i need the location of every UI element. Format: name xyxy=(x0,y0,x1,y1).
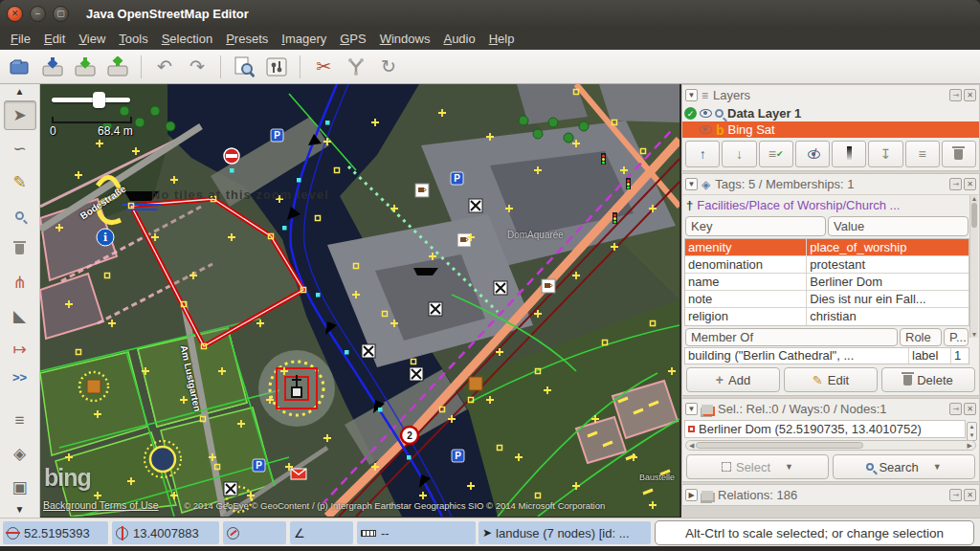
active-layer-check-icon[interactable]: ✓ xyxy=(684,107,697,120)
collapse-toolstrip-icon[interactable]: ▲ xyxy=(15,86,25,97)
close-panel-icon[interactable]: ✕ xyxy=(964,178,976,190)
delete-layer-button[interactable] xyxy=(942,141,976,167)
chevron-down-icon[interactable]: ▼ xyxy=(785,462,793,472)
tag-row[interactable]: name Berliner Dom xyxy=(685,274,969,291)
open-file-icon[interactable] xyxy=(5,53,35,81)
scrollbar-thumb[interactable] xyxy=(971,203,977,228)
title-bar[interactable]: ✕ – ▢ Java OpenStreetMap Editor xyxy=(0,0,980,27)
close-panel-icon[interactable]: ✕ xyxy=(964,489,976,501)
collapse-panel-icon[interactable]: ▼ xyxy=(685,403,698,415)
sticky-pin-icon[interactable]: ⊸ xyxy=(949,178,962,190)
tag-key[interactable]: amenity xyxy=(685,239,807,255)
show-hide-layer-button[interactable]: / xyxy=(795,141,830,167)
sticky-pin-icon[interactable]: ⊸ xyxy=(949,89,962,101)
tag-row[interactable]: religion christian xyxy=(685,308,969,325)
extrude-tool-icon[interactable]: ◣ xyxy=(4,301,36,331)
menu-item[interactable]: File xyxy=(4,29,37,49)
menu-item[interactable]: Imagery xyxy=(275,29,333,49)
menu-item[interactable]: Selection xyxy=(155,29,219,49)
map-canvas[interactable]: i 2 xyxy=(40,84,679,517)
expand-panel-icon[interactable]: ▶ xyxy=(685,489,698,501)
delete-tool-icon[interactable] xyxy=(4,234,36,264)
value-column-header[interactable]: Value xyxy=(828,216,969,236)
menu-item[interactable]: GPS xyxy=(333,29,372,49)
collapse-panel-icon[interactable]: ▼ xyxy=(685,89,698,101)
split-way-icon[interactable]: ✂ xyxy=(308,53,339,81)
menu-item[interactable]: Presets xyxy=(219,29,275,49)
tag-value[interactable]: christian xyxy=(807,308,969,325)
member-of-header[interactable]: Member Of xyxy=(685,328,898,346)
preset-link-row[interactable]: † Facilities/Place of Worship/Church ... xyxy=(682,194,979,214)
select-tool-icon[interactable]: ➤ xyxy=(4,100,36,130)
menu-item[interactable]: Windows xyxy=(373,29,437,49)
merge-nodes-tool-icon[interactable]: ↦ xyxy=(4,335,36,364)
add-tag-button[interactable]: +Add xyxy=(686,367,780,392)
close-panel-icon[interactable]: ✕ xyxy=(964,89,976,101)
menu-item[interactable]: Audio xyxy=(436,29,481,49)
tag-key[interactable]: note xyxy=(685,291,807,307)
zoom-tool-icon[interactable] xyxy=(4,201,36,231)
selected-object-item[interactable]: Berliner Dom (52.5190735, 13.4010752) xyxy=(684,420,966,438)
maximize-window-icon[interactable]: ▢ xyxy=(53,6,69,22)
toggle-layers-panel-icon[interactable]: ≡ xyxy=(4,406,36,435)
tag-row[interactable]: note Dies ist nur ein Fall... xyxy=(685,291,969,308)
move-layer-down-button[interactable]: ↓ xyxy=(722,141,756,167)
role-header[interactable]: Role xyxy=(900,328,942,346)
duplicate-layer-button[interactable]: ≡ xyxy=(905,141,940,167)
visibility-eye-icon[interactable] xyxy=(700,109,712,118)
draw-node-tool-icon[interactable]: ✎ xyxy=(4,167,36,197)
expand-toolstrip-icon[interactable]: ▼ xyxy=(15,504,25,515)
activate-layer-button[interactable]: ≡✔ xyxy=(759,141,793,167)
download-osm-data-icon[interactable] xyxy=(37,53,68,81)
scroll-left-icon[interactable]: ◀ xyxy=(689,441,694,450)
toggle-selection-panel-icon[interactable]: ▣ xyxy=(4,473,36,502)
close-panel-icon[interactable]: ✕ xyxy=(964,403,976,415)
tag-key[interactable]: religion xyxy=(685,308,807,325)
preferences-icon[interactable] xyxy=(261,53,292,81)
minimize-window-icon[interactable]: – xyxy=(30,6,46,22)
sticky-pin-icon[interactable]: ⊸ xyxy=(949,489,962,501)
menu-item[interactable]: Tools xyxy=(112,29,154,49)
zoom-slider-knob[interactable] xyxy=(93,92,105,108)
delete-tag-button[interactable]: Delete xyxy=(881,367,975,392)
layer-row[interactable]: ✓ b Bing Sat xyxy=(682,121,979,138)
membership-role[interactable]: label xyxy=(909,348,951,364)
layer-opacity-button[interactable] xyxy=(832,141,866,167)
search-icon[interactable] xyxy=(229,53,259,81)
collapse-panel-icon[interactable]: ▼ xyxy=(685,178,698,190)
tag-key[interactable]: denomination xyxy=(685,256,807,273)
key-column-header[interactable]: Key xyxy=(685,216,826,236)
unglue-tool-icon[interactable]: ⋔ xyxy=(4,268,36,298)
visibility-eye-icon[interactable] xyxy=(700,125,712,134)
background-terms-link[interactable]: Background Terms of Use xyxy=(43,499,159,511)
search-button[interactable]: Search ▼ xyxy=(833,454,975,479)
selection-spinner[interactable]: ▲▼ xyxy=(967,422,977,441)
hscrollbar-thumb[interactable] xyxy=(696,442,863,449)
edit-tag-button[interactable]: ✎Edit xyxy=(784,367,878,392)
tag-value[interactable]: Berliner Dom xyxy=(807,274,969,290)
tag-value[interactable]: protestant xyxy=(807,256,969,273)
tag-row[interactable]: amenity place_of_worship xyxy=(685,239,969,256)
upload-data-icon[interactable] xyxy=(102,53,133,81)
selected-object-label[interactable]: Berliner Dom (52.5190735, 13.4010752) xyxy=(699,422,922,436)
close-window-icon[interactable]: ✕ xyxy=(7,6,23,22)
membership-row[interactable]: building ("Berlin Cathedral", ... label … xyxy=(684,347,969,364)
preset-link[interactable]: Facilities/Place of Worship/Church ... xyxy=(697,198,900,212)
more-tools-button[interactable]: >> xyxy=(12,370,27,385)
tag-value[interactable]: place_of_worship xyxy=(807,239,969,255)
scroll-up-icon[interactable]: ▲ xyxy=(970,195,978,202)
membership-position[interactable]: 1 xyxy=(951,348,969,364)
selection-hscrollbar[interactable]: ◀ ▶ xyxy=(685,440,976,451)
lasso-tool-icon[interactable]: ∽ xyxy=(4,134,36,164)
tag-key[interactable]: name xyxy=(685,274,807,290)
sticky-pin-icon[interactable]: ⊸ xyxy=(949,403,962,415)
move-layer-up-button[interactable]: ↑ xyxy=(685,141,720,167)
scroll-right-icon[interactable]: ▶ xyxy=(968,441,972,450)
membership-relation[interactable]: building ("Berlin Cathedral", ... xyxy=(685,348,909,364)
select-button[interactable]: Select ▼ xyxy=(686,454,829,479)
map-zoom-slider[interactable] xyxy=(52,98,130,102)
redo-icon[interactable]: ↷ xyxy=(182,53,212,81)
layer-row[interactable]: ✓ Data Layer 1 xyxy=(682,105,979,121)
menu-item[interactable]: Edit xyxy=(37,29,72,49)
undo-icon[interactable]: ↶ xyxy=(149,53,180,81)
